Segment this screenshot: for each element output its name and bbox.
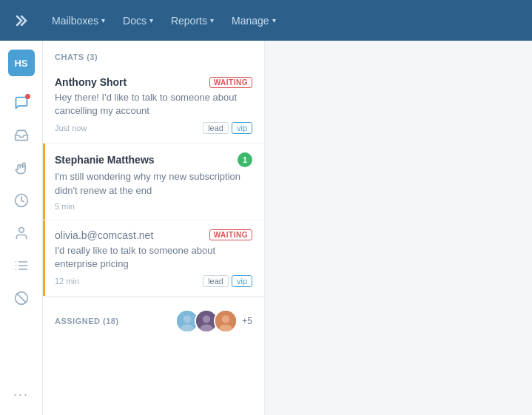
chat-item[interactable]: Anthony Short WAITING Hey there! I'd lik…	[43, 67, 264, 144]
chat-preview: Hey there! I'd like to talk to someone a…	[55, 91, 252, 118]
chat-preview: I'm still wondering why my new subscript…	[55, 170, 252, 197]
chat-name: Anthony Short	[55, 76, 127, 88]
svg-point-11	[183, 315, 192, 323]
nav-reports[interactable]: Reports ▾	[171, 15, 214, 27]
svg-point-17	[222, 315, 230, 323]
tag-vip: vip	[232, 122, 252, 134]
chat-footer: Just now lead vip	[55, 122, 252, 134]
chevron-down-icon: ▾	[272, 16, 276, 24]
history-icon[interactable]	[7, 186, 36, 215]
assigned-section[interactable]: ASSIGNED (18)	[43, 297, 264, 345]
chat-item-header: Stephanie Matthews 1	[55, 152, 252, 167]
conversations-icon[interactable]	[7, 88, 36, 118]
svg-point-1	[18, 228, 24, 233]
tag-lead: lead	[203, 275, 229, 287]
svg-line-9	[17, 294, 26, 303]
assigned-more-count: +5	[242, 316, 252, 326]
waiting-badge: WAITING	[209, 229, 252, 240]
chevron-down-icon: ▾	[149, 16, 153, 24]
assigned-count: (18)	[103, 317, 119, 325]
chevron-down-icon: ▾	[101, 16, 105, 24]
inbox-icon[interactable]	[7, 121, 36, 150]
more-options-icon[interactable]: ···	[7, 379, 36, 409]
chat-item-header: olivia.b@comcast.net WAITING	[55, 229, 252, 241]
chats-section-header: CHATS (3)	[43, 41, 264, 67]
icon-sidebar: HS	[0, 41, 43, 415]
tasks-icon[interactable]	[7, 251, 36, 280]
nav-docs[interactable]: Docs ▾	[123, 15, 153, 27]
assigned-avatar	[214, 309, 238, 333]
main-layout: HS	[0, 41, 532, 415]
logo[interactable]	[12, 10, 34, 32]
chat-footer: 12 min lead vip	[55, 275, 252, 287]
chat-time: Just now	[55, 124, 87, 132]
tag-vip: vip	[232, 275, 252, 287]
chat-panel: CHATS (3) Anthony Short WAITING Hey ther…	[43, 41, 265, 415]
chats-count: (3)	[87, 53, 98, 61]
contacts-icon[interactable]	[7, 218, 36, 248]
chat-item-header: Anthony Short WAITING	[55, 76, 252, 88]
assigned-avatars: +5	[175, 309, 252, 333]
chat-item[interactable]: olivia.b@comcast.net WAITING I'd really …	[43, 220, 264, 297]
chat-time: 12 min	[55, 277, 79, 286]
nav-manage[interactable]: Manage ▾	[232, 15, 276, 27]
tag-lead: lead	[203, 122, 229, 134]
svg-point-14	[203, 315, 211, 323]
chat-time: 5 min	[55, 202, 75, 211]
chat-tags: lead vip	[203, 275, 252, 287]
assign-icon[interactable]	[7, 153, 36, 183]
chat-item[interactable]: Stephanie Matthews 1 I'm still wondering…	[43, 144, 264, 220]
assigned-section-header: ASSIGNED (18)	[55, 317, 119, 325]
waiting-badge: WAITING	[209, 77, 252, 88]
blocked-icon[interactable]	[7, 283, 36, 313]
chat-tags: lead vip	[203, 122, 252, 134]
chat-preview: I'd really like to talk to someone about…	[55, 244, 252, 271]
chat-name: olivia.b@comcast.net	[55, 229, 153, 241]
nav-mailboxes[interactable]: Mailboxes ▾	[52, 15, 105, 27]
chat-footer: 5 min	[55, 202, 252, 211]
top-nav: Mailboxes ▾ Docs ▾ Reports ▾ Manage ▾	[0, 0, 532, 41]
chevron-down-icon: ▾	[210, 16, 214, 24]
user-avatar[interactable]: HS	[8, 50, 35, 76]
content-area	[265, 41, 532, 415]
unread-badge: 1	[238, 152, 252, 167]
chat-name: Stephanie Matthews	[55, 154, 155, 166]
